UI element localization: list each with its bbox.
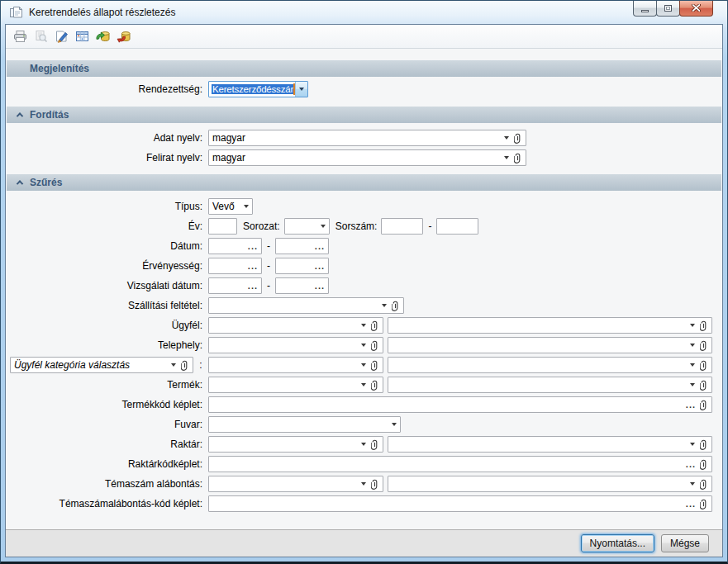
type-select[interactable]: Vevő (208, 198, 253, 215)
paperclip-icon[interactable] (700, 400, 708, 410)
caption-language-label: Felirat nyelv: (6, 152, 208, 164)
site-name-select[interactable] (388, 337, 712, 353)
minimize-button[interactable] (633, 1, 657, 17)
order-row: Rendezettség: Keretszerződésszám (6, 79, 722, 99)
product-code-formula-row: Termékkód képlet: ... (6, 395, 722, 415)
product-select[interactable] (208, 377, 383, 393)
collapse-icon (17, 180, 23, 187)
chevron-down-icon (299, 88, 304, 91)
customer-name-select[interactable] (388, 317, 712, 334)
customer-category-value: Ügyfél kategória választás (14, 359, 130, 371)
print-preview-icon[interactable] (33, 30, 48, 44)
edit-icon[interactable] (54, 30, 69, 44)
window-icon (8, 6, 23, 20)
site-select[interactable] (208, 337, 383, 353)
warehouse-code-formula-input[interactable]: ... (208, 456, 712, 472)
series-select[interactable] (284, 218, 330, 235)
topic-breakdown-code-formula-input[interactable]: ... (208, 495, 712, 512)
chevron-down-icon (690, 443, 695, 446)
minimize-icon (641, 10, 649, 12)
range-separator: - (262, 260, 275, 272)
warehouse-select[interactable] (208, 436, 383, 453)
topic-breakdown-name-select[interactable] (388, 476, 712, 492)
warehouse-code-formula-label: Raktárkódképlet: (6, 458, 208, 470)
paperclip-icon[interactable] (371, 380, 379, 391)
paperclip-icon[interactable] (700, 499, 708, 509)
ellipsis-button[interactable]: ... (315, 263, 325, 269)
chevron-down-icon (690, 363, 695, 367)
category-code-select[interactable] (208, 357, 383, 373)
paperclip-icon[interactable] (700, 340, 708, 351)
ellipsis-button[interactable]: ... (315, 282, 325, 289)
print-button[interactable]: Nyomtatás... (581, 534, 654, 552)
product-code-formula-input[interactable]: ... (208, 396, 712, 413)
freight-select[interactable] (208, 416, 401, 433)
section-header-translation[interactable]: Fordítás (7, 107, 721, 123)
ellipsis-button[interactable]: ... (248, 263, 258, 269)
topic-breakdown-label: Témaszám alábontás: (6, 478, 208, 490)
ellipsis-button[interactable]: ... (686, 461, 696, 467)
data-language-select[interactable]: magyar (208, 130, 526, 146)
chevron-down-icon (382, 304, 387, 307)
product-name-select[interactable] (388, 377, 712, 393)
validity-from-input[interactable]: ... (208, 258, 262, 274)
serial-to-input[interactable] (436, 218, 478, 235)
shipping-condition-row: Szállítási feltétel: (6, 296, 722, 315)
paperclip-icon[interactable] (514, 153, 522, 164)
serial-label: Sorszám: (330, 220, 382, 232)
order-label: Rendezettség: (6, 83, 208, 95)
paperclip-icon[interactable] (700, 479, 708, 490)
order-select[interactable]: Keretszerződésszám (208, 81, 308, 97)
paperclip-icon[interactable] (371, 320, 379, 331)
maximize-button[interactable] (656, 1, 680, 17)
chevron-down-icon (504, 156, 509, 159)
ellipsis-button[interactable]: ... (315, 243, 325, 249)
print-icon[interactable] (12, 30, 27, 44)
serial-from-input[interactable] (381, 218, 423, 235)
paperclip-icon[interactable] (700, 320, 708, 331)
paperclip-icon[interactable] (700, 459, 708, 470)
data-language-label: Adat nyelv: (6, 132, 208, 144)
range-separator: - (262, 280, 275, 291)
close-button[interactable] (679, 1, 713, 17)
section-header-filter[interactable]: Szűrés (7, 174, 721, 191)
topic-breakdown-select[interactable] (208, 476, 383, 492)
ellipsis-button[interactable]: ... (248, 282, 258, 289)
caption-language-value: magyar (212, 152, 245, 164)
inspection-from-input[interactable]: ... (208, 277, 262, 294)
ellipsis-button[interactable]: ... (248, 243, 258, 249)
refresh-database-icon[interactable] (95, 30, 110, 44)
customer-select[interactable] (208, 317, 383, 334)
paperclip-icon[interactable] (514, 133, 522, 144)
paperclip-icon[interactable] (700, 439, 708, 450)
validity-to-input[interactable]: ... (275, 258, 329, 274)
date-to-input[interactable]: ... (275, 238, 329, 254)
inspection-date-label: Vizsgálati dátum: (6, 280, 208, 291)
table-icon[interactable] (74, 30, 89, 44)
cancel-button[interactable]: Mégse (661, 534, 709, 552)
category-name-select[interactable] (388, 357, 712, 373)
paperclip-icon[interactable] (371, 479, 379, 490)
ellipsis-button[interactable]: ... (686, 500, 696, 507)
chevron-down-icon (690, 344, 695, 347)
paperclip-icon[interactable] (371, 439, 379, 450)
paperclip-icon[interactable] (181, 360, 189, 371)
ellipsis-button[interactable]: ... (686, 401, 696, 408)
customer-category-select[interactable]: Ügyfél kategória választás (10, 357, 193, 373)
range-separator: - (423, 220, 436, 232)
paperclip-icon[interactable] (392, 301, 400, 311)
paperclip-icon[interactable] (700, 380, 708, 391)
shipping-condition-select[interactable] (208, 297, 404, 314)
paperclip-icon[interactable] (371, 360, 379, 371)
date-from-input[interactable]: ... (208, 238, 262, 254)
dropdown-button[interactable] (295, 82, 307, 97)
exit-database-icon[interactable] (116, 30, 131, 44)
paperclip-icon[interactable] (371, 340, 379, 351)
inspection-to-input[interactable]: ... (275, 277, 329, 294)
caption-language-select[interactable]: magyar (208, 149, 526, 166)
warehouse-name-select[interactable] (388, 436, 712, 453)
data-language-row: Adat nyelv: magyar (6, 128, 722, 148)
paperclip-icon[interactable] (700, 360, 708, 371)
title-bar[interactable]: Keretrendelés állapot részletezés (1, 1, 727, 24)
year-input[interactable] (208, 218, 237, 235)
